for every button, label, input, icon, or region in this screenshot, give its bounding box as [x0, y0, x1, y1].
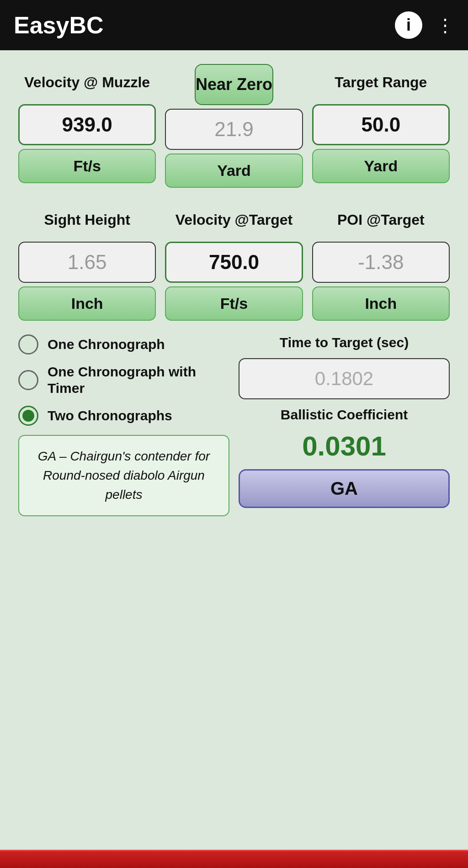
target-range-input[interactable]: 50.0 [312, 104, 450, 145]
velocity-muzzle-input[interactable]: 939.0 [18, 104, 156, 145]
ga-button[interactable]: GA [239, 469, 450, 508]
bc-value: 0.0301 [302, 430, 386, 462]
sight-height-group: Sight Height 1.65 Inch [18, 201, 156, 321]
radio-group: One Chronograph One Chronograph with Tim… [18, 334, 229, 426]
near-zero-unit-btn[interactable]: Yard [165, 153, 303, 188]
description-box: GA – Chairgun's contender for Round-nose… [18, 435, 229, 516]
target-range-unit-btn[interactable]: Yard [312, 149, 450, 183]
row2-grid: Sight Height 1.65 Inch Velocity @Target … [18, 201, 450, 321]
velocity-target-group: Velocity @Target 750.0 Ft/s [165, 201, 303, 321]
sight-height-label: Sight Height [44, 201, 130, 238]
near-zero-input[interactable]: 21.9 [165, 109, 303, 150]
info-icon-label: i [406, 16, 411, 35]
velocity-muzzle-group: Velocity @ Muzzle 939.0 Ft/s [18, 64, 156, 188]
target-range-label: Target Range [335, 64, 427, 101]
poi-target-input[interactable]: -1.38 [312, 242, 450, 283]
radio-label-2: One Chronograph with Timer [48, 364, 229, 397]
header-icons: i ⋮ [395, 11, 454, 39]
left-column: One Chronograph One Chronograph with Tim… [18, 334, 229, 516]
radio-option-3[interactable]: Two Chronographs [18, 406, 229, 426]
time-to-target-label: Time to Target (sec) [280, 334, 409, 351]
info-button[interactable]: i [395, 11, 422, 39]
near-zero-spacer: Near Zero [195, 64, 273, 105]
bottom-bar [0, 850, 468, 868]
radio-circle-2[interactable] [18, 370, 38, 390]
velocity-muzzle-unit-btn[interactable]: Ft/s [18, 149, 156, 183]
near-zero-button[interactable]: Near Zero [195, 64, 273, 105]
app-title: EasyBC [14, 11, 104, 39]
radio-option-1[interactable]: One Chronograph [18, 334, 229, 355]
row1-grid: Velocity @ Muzzle 939.0 Ft/s Near Zero 2… [18, 64, 450, 188]
near-zero-group: Near Zero 21.9 Yard [165, 64, 303, 188]
more-menu-icon[interactable]: ⋮ [436, 15, 454, 36]
radio-circle-3[interactable] [18, 406, 38, 426]
right-column: Time to Target (sec) 0.1802 Ballistic Co… [239, 334, 450, 516]
main-content: Velocity @ Muzzle 939.0 Ft/s Near Zero 2… [0, 50, 468, 868]
radio-label-1: One Chronograph [48, 336, 165, 353]
velocity-target-label: Velocity @Target [176, 201, 292, 238]
velocity-muzzle-label: Velocity @ Muzzle [24, 64, 150, 101]
description-text: GA – Chairgun's contender for Round-nose… [28, 447, 219, 504]
app-header: EasyBC i ⋮ [0, 0, 468, 50]
radio-option-2[interactable]: One Chronograph with Timer [18, 364, 229, 397]
target-range-group: Target Range 50.0 Yard [312, 64, 450, 188]
poi-target-group: POI @Target -1.38 Inch [312, 201, 450, 321]
time-to-target-value: 0.1802 [239, 358, 450, 399]
sight-height-input[interactable]: 1.65 [18, 242, 156, 283]
sight-height-unit-btn[interactable]: Inch [18, 286, 156, 321]
bc-label: Ballistic Coefficient [281, 407, 408, 423]
radio-circle-1[interactable] [18, 334, 38, 355]
bottom-section: One Chronograph One Chronograph with Tim… [18, 334, 450, 516]
radio-label-3: Two Chronographs [48, 408, 172, 424]
poi-target-unit-btn[interactable]: Inch [312, 286, 450, 321]
velocity-target-unit-btn[interactable]: Ft/s [165, 286, 303, 321]
poi-target-label: POI @Target [337, 201, 425, 238]
velocity-target-input[interactable]: 750.0 [165, 242, 303, 283]
